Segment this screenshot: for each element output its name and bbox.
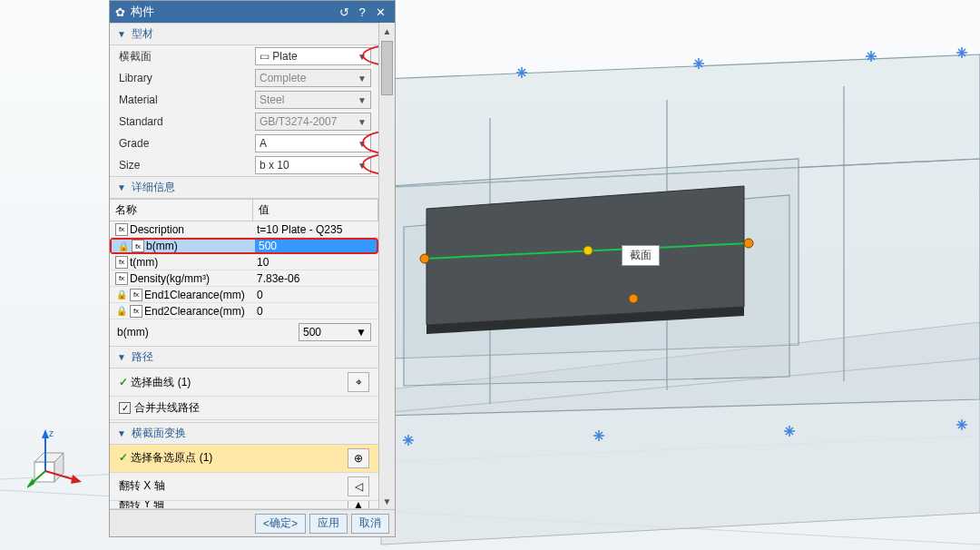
svg-text:z: z [49, 428, 54, 438]
help-icon[interactable]: ? [353, 5, 371, 19]
calc-icon: fx [130, 289, 142, 301]
chevron-down-icon: ▼ [117, 428, 126, 438]
panel-footer: < 确定 > 应用 取消 [110, 509, 395, 536]
combo-standard: GB/T3274-2007▼ [255, 113, 371, 131]
chevron-down-icon: ▼ [117, 182, 126, 192]
svg-point-16 [744, 239, 753, 248]
lock-icon: 🔒 [115, 305, 128, 318]
calc-icon: fx [115, 223, 128, 236]
panel-scrollbar[interactable]: ▲ ▼ [378, 23, 395, 509]
merge-collinear-row[interactable]: ✓合并共线路径 [110, 397, 378, 420]
calc-icon: fx [132, 240, 144, 252]
section-profile-header[interactable]: ▼ 型材 [110, 23, 378, 45]
label-standard: Standard [119, 115, 255, 128]
combo-library: Complete▼ [255, 69, 371, 87]
grid-header-value: 值 [253, 200, 378, 221]
footer-value-combo[interactable]: 500▼ [299, 323, 371, 341]
table-row-selected[interactable]: 🔒fxb(mm) [110, 238, 378, 254]
scroll-up-icon[interactable]: ▲ [379, 23, 395, 39]
table-row[interactable]: fxDescription t=10 Plate - Q235 [110, 221, 378, 238]
flip-x-icon[interactable]: ◁ [348, 476, 369, 496]
select-origin-row[interactable]: ✓ 选择备选原点 (1) ⊕ [110, 445, 378, 473]
calc-icon: fx [115, 256, 128, 269]
table-row[interactable]: fxDensity(kg/mm³) 7.83e-06 [110, 270, 378, 287]
cancel-button[interactable]: 取消 [351, 514, 389, 534]
check-icon: ✓ [119, 376, 128, 388]
combo-size[interactable]: b x 10▼ [255, 156, 371, 174]
combo-grade[interactable]: A▼ [255, 134, 371, 152]
svg-marker-61 [27, 478, 34, 489]
svg-point-17 [629, 294, 638, 303]
panel-titlebar[interactable]: ✿ 构件 ↺ ? ✕ [110, 1, 395, 23]
calc-icon: fx [130, 305, 142, 318]
select-curve-row[interactable]: ✓ 选择曲线 (1) ⌖ [110, 368, 378, 397]
label-grade: Grade [119, 137, 255, 150]
hover-tooltip: 截面 [622, 245, 660, 266]
label-cross-section: 横截面 [119, 49, 255, 64]
label-material: Material [119, 93, 255, 106]
chevron-down-icon: ▼ [117, 29, 126, 39]
flip-x-row[interactable]: 翻转 X 轴 ◁ [110, 473, 378, 501]
undo-icon[interactable]: ↺ [335, 5, 353, 19]
close-icon[interactable]: ✕ [371, 5, 389, 19]
calc-icon: fx [115, 272, 128, 285]
panel-title: 构件 [131, 4, 154, 20]
section-details-header[interactable]: ▼ 详细信息 [110, 176, 378, 199]
checkbox-icon[interactable]: ✓ [119, 402, 131, 414]
chevron-down-icon: ▼ [117, 352, 126, 362]
lock-icon: 🔒 [117, 240, 130, 252]
b-input[interactable] [259, 240, 372, 252]
scroll-down-icon[interactable]: ▼ [379, 493, 395, 509]
flip-y-row[interactable]: 翻转 Y 轴 ▲ [110, 501, 378, 509]
svg-marker-58 [42, 429, 49, 438]
section-path-header[interactable]: ▼ 路径 [110, 346, 378, 368]
component-panel: ✿ 构件 ↺ ? ✕ ▼ 型材 横截面 ▭ Plate▼ Library [109, 0, 396, 537]
table-row[interactable]: fxt(mm) 10 [110, 254, 378, 270]
origin-icon[interactable]: ⊕ [348, 448, 369, 468]
combo-material: Steel▼ [255, 91, 371, 109]
sketch-icon[interactable]: ⌖ [348, 372, 369, 392]
section-xform-header[interactable]: ▼ 横截面变换 [110, 422, 378, 445]
gear-icon: ✿ [115, 5, 125, 19]
ok-button[interactable]: < 确定 > [255, 514, 306, 534]
axis-triad[interactable]: z [27, 427, 91, 491]
check-icon: ✓ [119, 451, 128, 464]
apply-button[interactable]: 应用 [309, 514, 348, 534]
table-row[interactable]: 🔒fxEnd1Clearance(mm) 0 [110, 287, 378, 303]
table-row[interactable]: 🔒fxEnd2Clearance(mm) 0 [110, 303, 378, 319]
combo-cross-section[interactable]: ▭ Plate▼ [255, 47, 371, 65]
svg-point-15 [583, 246, 593, 255]
grid-header-name: 名称 [110, 200, 253, 221]
label-size: Size [119, 159, 255, 172]
label-library: Library [119, 72, 255, 84]
details-grid: 名称 值 fxDescription t=10 Plate - Q235 🔒fx… [110, 199, 378, 345]
footer-label: b(mm) [117, 326, 149, 339]
flip-y-icon[interactable]: ▲ [348, 501, 369, 509]
svg-point-14 [420, 254, 429, 263]
lock-icon: 🔒 [115, 289, 128, 301]
svg-marker-63 [71, 475, 82, 484]
scroll-thumb[interactable] [381, 41, 393, 95]
